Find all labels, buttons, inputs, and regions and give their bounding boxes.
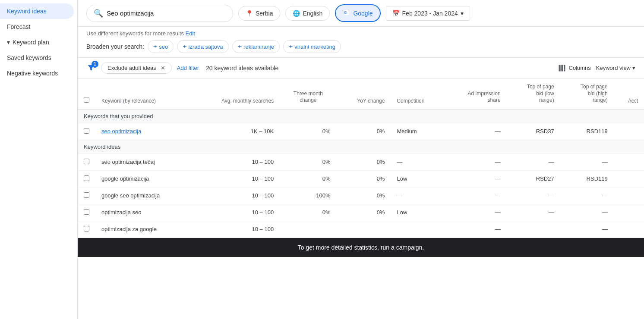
search-icon: 🔍 (94, 9, 103, 18)
broaden-chip-reklamiranje[interactable]: + reklamiranje (232, 40, 280, 53)
col-header-three-month: Three month change (280, 78, 336, 109)
calendar-icon: 📅 (392, 10, 400, 17)
sidebar-item-forecast[interactable]: Forecast (0, 19, 74, 34)
exclude-adult-badge[interactable]: Exclude adult ideas ✕ (101, 62, 172, 74)
acct-cell (614, 153, 644, 170)
columns-button[interactable]: Columns (558, 64, 591, 72)
three-month-cell: 0% (280, 204, 336, 221)
acct-cell (614, 221, 644, 238)
top-low-cell: — (507, 187, 560, 204)
avg-monthly-cell: 10 – 100 (192, 204, 280, 221)
ad-impression-cell: — (445, 170, 506, 187)
date-range-picker[interactable]: 📅 Feb 2023 - Jan 2024 ▾ (386, 6, 470, 21)
plus-icon: + (238, 43, 242, 50)
acct-cell (614, 123, 644, 140)
broaden-chip-seo[interactable]: + seo (148, 40, 174, 53)
yoy-cell: 0% (337, 123, 391, 140)
ad-impression-cell: — (445, 187, 506, 204)
table-row: seo optimizacija tečaj 10 – 100 0% 0% — … (78, 153, 644, 170)
yoy-cell: 0% (337, 170, 391, 187)
keyword-view-button[interactable]: Keyword view ▾ (596, 65, 635, 71)
chevron-down-icon: ▾ (461, 10, 464, 17)
row-checkbox-cell[interactable] (78, 204, 95, 221)
broaden-row: Broaden your search: + seo + izrada sajt… (86, 40, 635, 53)
row-checkbox[interactable] (84, 192, 89, 198)
competition-cell: Low (391, 170, 445, 187)
select-all-header[interactable] (78, 78, 95, 109)
top-high-cell: RSD119 (560, 170, 614, 187)
plus-icon: + (183, 43, 186, 50)
keywords-table: Keyword (by relevance) Avg. monthly sear… (78, 78, 644, 238)
avg-monthly-cell: 1K – 10K (192, 123, 280, 140)
top-low-cell: RSD27 (507, 170, 560, 187)
top-high-cell: — (560, 153, 614, 170)
select-all-checkbox[interactable] (84, 97, 89, 103)
row-checkbox-cell[interactable] (78, 187, 95, 204)
ad-impression-cell: — (445, 204, 506, 221)
keyword-cell: optimizacija za google (95, 221, 192, 238)
language-filter[interactable]: 🌐 English (285, 6, 330, 21)
sidebar-item-negative-keywords[interactable]: Negative keywords (0, 66, 74, 81)
svg-rect-2 (559, 65, 560, 71)
close-icon[interactable]: ✕ (161, 65, 165, 71)
col-header-yoy: YoY change (337, 78, 391, 109)
col-header-keyword: Keyword (by relevance) (95, 78, 192, 109)
search-box[interactable]: 🔍 (86, 5, 233, 22)
search-input[interactable] (107, 9, 219, 17)
yoy-cell: 0% (337, 187, 391, 204)
broaden-chip-viralni-marketing[interactable]: + viralni marketing (283, 40, 341, 53)
filter-row: 1 Exclude adult ideas ✕ Add filter 20 ke… (78, 58, 644, 78)
topbar: 🔍 📍 Serbia 🌐 English G Google 📅 Feb 2023… (78, 0, 644, 27)
col-header-acct: Acct (614, 78, 644, 109)
competition-cell: — (391, 153, 445, 170)
sidebar-item-keyword-plan[interactable]: ▾ Keyword plan (0, 34, 77, 50)
keyword-cell: optimizacija seo (95, 204, 192, 221)
hint-text: Use different keywords for more results … (86, 30, 635, 37)
add-filter-button[interactable]: Add filter (177, 65, 199, 71)
tooltip-bar: To get more detailed statistics, run a c… (78, 238, 644, 257)
row-checkbox-cell[interactable] (78, 153, 95, 170)
row-checkbox[interactable] (84, 159, 89, 164)
ideas-count: 20 keyword ideas available (206, 65, 278, 72)
columns-icon (558, 64, 566, 72)
top-low-cell: — (507, 204, 560, 221)
language-icon: 🌐 (293, 10, 300, 17)
row-checkbox-cell[interactable] (78, 123, 95, 140)
row-checkbox[interactable] (84, 226, 89, 231)
top-high-cell: — (560, 221, 614, 238)
competition-cell (391, 221, 445, 238)
row-checkbox-cell[interactable] (78, 170, 95, 187)
top-low-cell (507, 221, 560, 238)
row-checkbox-cell[interactable] (78, 221, 95, 238)
col-header-competition: Competition (391, 78, 445, 109)
three-month-cell: 0% (280, 153, 336, 170)
edit-link[interactable]: Edit (186, 30, 195, 37)
filter-funnel-button[interactable]: 1 (86, 63, 96, 73)
search-engine-filter[interactable]: G Google (335, 4, 380, 22)
row-checkbox[interactable] (84, 209, 89, 215)
filter-badge-count: 1 (92, 61, 98, 68)
svg-rect-4 (564, 65, 565, 71)
broaden-chip-izrada-sajtova[interactable]: + izrada sajtova (177, 40, 229, 53)
keyword-text: google seo optimizacija (101, 192, 160, 199)
row-checkbox[interactable] (84, 128, 89, 134)
ad-impression-cell: — (445, 123, 506, 140)
avg-monthly-cell: 10 – 100 (192, 221, 280, 238)
row-checkbox[interactable] (84, 175, 89, 181)
svg-rect-3 (561, 65, 563, 71)
yoy-cell: 0% (337, 153, 391, 170)
top-high-cell: — (560, 204, 614, 221)
keyword-text: google optimizacija (101, 175, 149, 182)
table-row: optimizacija seo 10 – 100 0% 0% Low — — … (78, 204, 644, 221)
sidebar-item-saved-keywords[interactable]: Saved keywords (0, 50, 74, 66)
keyword-text: seo optimizacija tečaj (101, 159, 155, 165)
keyword-link[interactable]: seo optimizacija (101, 128, 142, 134)
col-header-avg-monthly: Avg. monthly searches (192, 78, 280, 109)
location-filter[interactable]: 📍 Serbia (238, 6, 280, 21)
keyword-cell[interactable]: seo optimizacija (95, 123, 192, 140)
ad-impression-cell: — (445, 221, 506, 238)
location-icon: 📍 (246, 10, 253, 17)
yoy-cell (337, 221, 391, 238)
sidebar-item-keyword-ideas[interactable]: Keyword ideas (0, 3, 74, 19)
yoy-cell: 0% (337, 204, 391, 221)
